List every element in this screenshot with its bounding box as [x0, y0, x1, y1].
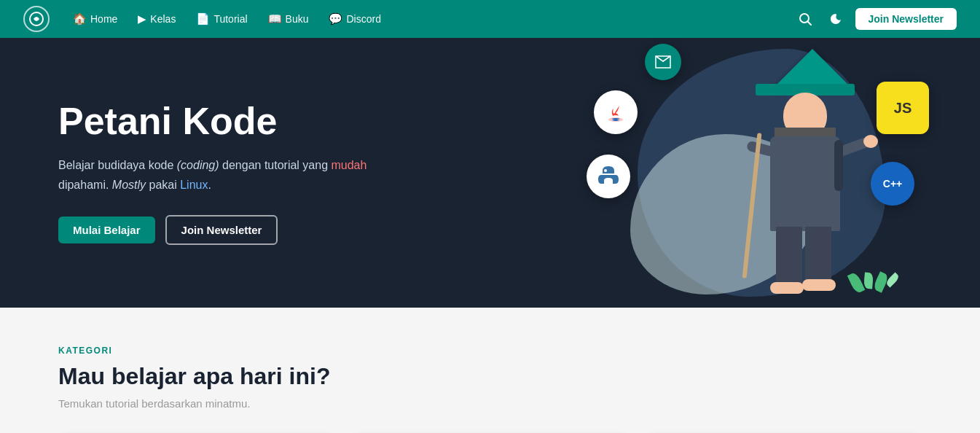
java-icon — [594, 90, 638, 134]
doc-icon: 📄 — [196, 12, 210, 26]
categories-tag: KATEGORI — [58, 346, 922, 356]
book-icon: 📖 — [268, 12, 282, 26]
hero-mudah-text: mudah — [331, 159, 366, 171]
hero-section: Petani Kode Belajar budidaya kode (codin… — [0, 38, 980, 308]
char-left-foot — [770, 282, 804, 294]
svg-point-4 — [604, 169, 607, 172]
nav-item-discord[interactable]: 💬 Discord — [320, 8, 389, 30]
hero-title: Petani Kode — [58, 101, 481, 142]
nav-item-tutorial[interactable]: 📄 Tutorial — [187, 8, 256, 30]
hero-illustration: JS C++ — [587, 38, 936, 308]
join-newsletter-hero-button[interactable]: Join Newsletter — [165, 215, 278, 245]
char-left-leg — [776, 227, 802, 289]
character — [732, 49, 878, 300]
hero-content: Petani Kode Belajar budidaya kode (codin… — [58, 101, 481, 246]
paper-icon — [645, 44, 681, 80]
play-icon: ▶ — [138, 12, 146, 26]
nav-right: Join Newsletter — [794, 8, 957, 30]
home-icon: 🏠 — [73, 12, 87, 26]
char-hand — [863, 135, 878, 148]
theme-toggle-button[interactable] — [825, 8, 847, 30]
hero-mostly-text: Mostly — [112, 179, 146, 191]
logo[interactable] — [23, 6, 50, 32]
nav-links: 🏠 Home ▶ Kelas 📄 Tutorial 📖 Buku 💬 Disco… — [64, 8, 788, 30]
char-hat — [772, 49, 852, 89]
nav-item-home[interactable]: 🏠 Home — [64, 8, 126, 30]
char-staff — [742, 133, 762, 278]
start-learning-button[interactable]: Mulai Belajar — [58, 216, 155, 243]
char-backpack — [834, 140, 843, 191]
navbar: 🏠 Home ▶ Kelas 📄 Tutorial 📖 Buku 💬 Disco… — [0, 0, 980, 38]
nav-item-kelas[interactable]: ▶ Kelas — [129, 8, 184, 30]
svg-line-2 — [808, 22, 811, 25]
hero-coding-text: (coding) — [177, 159, 219, 171]
categories-subtitle: Temukan tutorial berdasarkan minatmu. — [58, 397, 922, 410]
char-right-foot — [802, 279, 836, 291]
svg-point-1 — [800, 14, 809, 23]
search-button[interactable] — [794, 8, 816, 30]
hero-buttons: Mulai Belajar Join Newsletter — [58, 215, 481, 245]
join-newsletter-nav-button[interactable]: Join Newsletter — [855, 8, 957, 30]
hero-linux-text: Linux — [180, 179, 208, 191]
char-right-leg — [805, 227, 831, 285]
hero-description: Belajar budidaya kode (coding) dengan tu… — [58, 155, 481, 195]
categories-section: KATEGORI Mau belajar apa hari ini? Temuk… — [0, 308, 980, 433]
categories-title: Mau belajar apa hari ini? — [58, 363, 922, 390]
svg-point-5 — [610, 181, 613, 184]
leaves — [851, 273, 896, 293]
leaf-2 — [863, 273, 874, 289]
char-body — [770, 136, 840, 231]
nav-item-buku[interactable]: 📖 Buku — [259, 8, 318, 30]
python-icon — [587, 155, 630, 198]
discord-icon: 💬 — [329, 12, 342, 26]
javascript-icon: JS — [877, 82, 929, 134]
